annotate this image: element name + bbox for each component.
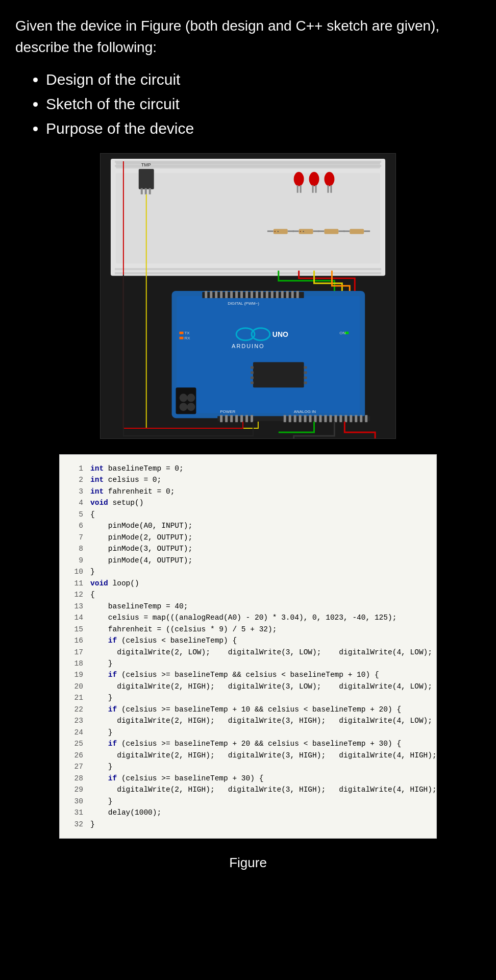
svg-rect-43 — [205, 291, 207, 298]
svg-rect-109 — [344, 415, 347, 422]
svg-rect-73 — [253, 362, 304, 388]
code-line-25: 25 if (celsius >= baselineTemp + 20 && c… — [70, 738, 426, 749]
svg-rect-75 — [251, 371, 254, 374]
intro-text: Given the device in Figure (both design … — [15, 15, 481, 58]
code-line-27: 27 } — [70, 761, 426, 772]
svg-point-21 — [324, 172, 334, 186]
svg-rect-59 — [286, 291, 289, 298]
svg-rect-51 — [245, 291, 248, 298]
svg-rect-103 — [314, 415, 317, 422]
circuit-image: /* dots rendered below */ — [100, 153, 396, 439]
bullet-item-2: Sketch of the circuit — [46, 92, 481, 116]
svg-rect-22 — [327, 185, 329, 193]
code-line-13: 13 baselineTemp = 40; — [70, 601, 426, 612]
code-line-8: 8 pinMode(3, OUTPUT); — [70, 543, 426, 554]
svg-rect-74 — [251, 366, 254, 369]
code-line-1: 1 int baselineTemp = 0; — [70, 463, 426, 474]
svg-rect-23 — [330, 185, 332, 193]
svg-point-85 — [179, 403, 187, 411]
svg-text:ARDUINO: ARDUINO — [232, 343, 264, 349]
svg-rect-35 — [318, 230, 325, 232]
svg-rect-46 — [220, 291, 222, 298]
svg-rect-53 — [256, 291, 258, 298]
code-line-32: 32 } — [70, 819, 426, 830]
svg-text:TX: TX — [184, 331, 190, 335]
svg-text:POWER: POWER — [220, 409, 235, 414]
svg-rect-111 — [355, 415, 357, 422]
svg-rect-79 — [304, 371, 307, 374]
code-line-28: 28 if (celsius >= baselineTemp + 30) { — [70, 773, 426, 784]
svg-point-18 — [309, 172, 319, 186]
svg-rect-55 — [266, 291, 268, 298]
svg-rect-52 — [251, 291, 253, 298]
code-line-5: 5 { — [70, 509, 426, 520]
svg-rect-20 — [315, 185, 317, 193]
svg-rect-110 — [350, 415, 352, 422]
svg-rect-112 — [360, 415, 362, 422]
svg-rect-77 — [251, 381, 254, 384]
svg-rect-67 — [179, 332, 183, 334]
svg-rect-108 — [339, 415, 342, 422]
code-line-14: 14 celsius = map(((analogRead(A0) - 20) … — [70, 612, 426, 623]
svg-rect-16 — [297, 185, 299, 193]
code-line-9: 9 pinMode(4, OUTPUT); — [70, 555, 426, 566]
code-line-15: 15 fahrenheit = ((celsius * 9) / 5 + 32)… — [70, 624, 426, 635]
code-line-16: 16 if (celsius < baselineTemp) { — [70, 635, 426, 646]
svg-rect-45 — [215, 291, 217, 298]
code-line-4: 4 void setup() — [70, 497, 426, 508]
code-line-12: 12 { — [70, 589, 426, 600]
svg-rect-95 — [245, 415, 248, 422]
svg-text:DIGITAL (PWM~): DIGITAL (PWM~) — [228, 301, 259, 306]
svg-rect-8 — [115, 268, 381, 270]
svg-rect-92 — [230, 415, 233, 422]
code-line-24: 24 } — [70, 727, 426, 738]
svg-rect-30 — [293, 230, 299, 232]
svg-rect-61 — [296, 291, 299, 298]
svg-rect-76 — [251, 376, 254, 379]
svg-rect-104 — [319, 415, 322, 422]
svg-rect-44 — [210, 291, 212, 298]
svg-rect-57 — [276, 291, 279, 298]
svg-rect-10 — [139, 169, 154, 189]
svg-rect-100 — [299, 415, 302, 422]
svg-rect-106 — [329, 415, 332, 422]
svg-rect-91 — [225, 415, 228, 422]
code-line-3: 3 int fahrenheit = 0; — [70, 486, 426, 497]
code-line-18: 18 } — [70, 658, 426, 669]
svg-rect-102 — [309, 415, 312, 422]
svg-rect-13 — [145, 188, 147, 194]
code-block: 1 int baselineTemp = 0; 2 int celsius = … — [59, 454, 437, 839]
code-line-11: 11 void loop() — [70, 578, 426, 589]
svg-rect-58 — [281, 291, 284, 298]
svg-point-15 — [294, 172, 304, 186]
page-wrapper: Given the device in Figure (both design … — [0, 0, 496, 980]
svg-rect-38 — [343, 230, 350, 232]
svg-rect-34 — [324, 229, 338, 234]
code-line-17: 17 digitalWrite(2, LOW); digitalWrite(3,… — [70, 647, 426, 658]
svg-rect-41 — [177, 296, 360, 413]
bullet-list: Design of the circuit Sketch of the circ… — [15, 67, 481, 141]
svg-rect-29 — [299, 229, 313, 234]
svg-rect-12 — [141, 188, 143, 194]
svg-rect-49 — [235, 291, 238, 298]
bullet-item-3: Purpose of the device — [46, 116, 481, 141]
bullet-item-1: Design of the circuit — [46, 67, 481, 92]
svg-text:ANALOG IN: ANALOG IN — [294, 409, 316, 414]
code-line-29: 29 digitalWrite(2, HIGH); digitalWrite(3… — [70, 784, 426, 795]
figure-label: Figure — [229, 855, 267, 871]
code-line-6: 6 pinMode(A0, INPUT); — [70, 520, 426, 531]
code-line-7: 7 pinMode(2, OUTPUT); — [70, 532, 426, 543]
svg-rect-47 — [225, 291, 228, 298]
code-line-10: 10 } — [70, 566, 426, 577]
svg-rect-17 — [300, 185, 302, 193]
svg-rect-9 — [115, 272, 381, 274]
svg-rect-81 — [304, 381, 307, 384]
svg-rect-6 — [115, 161, 381, 163]
svg-rect-107 — [334, 415, 337, 422]
svg-rect-48 — [230, 291, 233, 298]
code-line-23: 23 digitalWrite(2, HIGH); digitalWrite(3… — [70, 715, 426, 726]
svg-rect-60 — [291, 291, 294, 298]
svg-text:ON: ON — [339, 331, 345, 335]
svg-rect-98 — [289, 415, 291, 422]
code-line-20: 20 digitalWrite(2, HIGH); digitalWrite(3… — [70, 681, 426, 692]
